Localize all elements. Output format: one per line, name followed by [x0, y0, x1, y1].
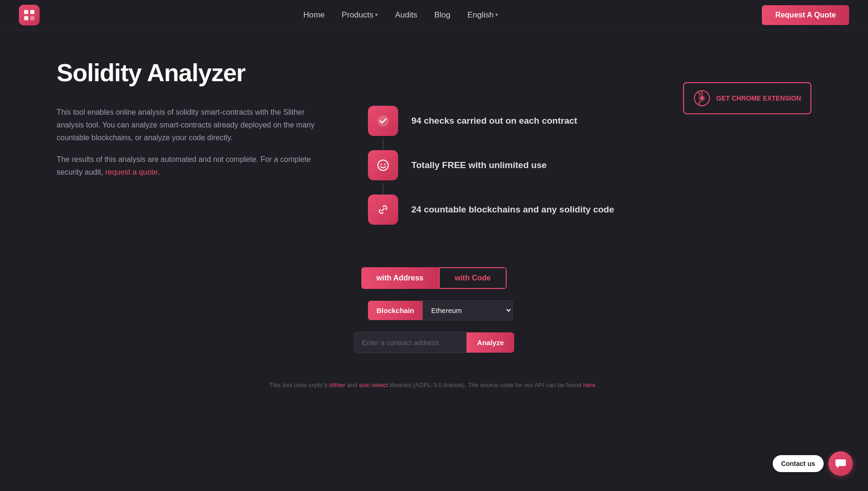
language-chevron-icon: ▾: [495, 12, 498, 18]
blockchain-label: Blockchain: [368, 301, 423, 320]
feature-text-2: 24 countable blockchains and any solidit…: [411, 204, 614, 229]
description-para2: The results of this analysis are automat…: [57, 153, 330, 178]
check-icon-box: [368, 106, 398, 136]
description-para1: This tool enables online analysis of sol…: [57, 106, 330, 144]
tab-with-code[interactable]: with Code: [439, 267, 507, 289]
chrome-extension-label: GET CHROME EXTENSION: [716, 94, 801, 102]
feature-text-0: 94 checks carried out on each contract: [411, 116, 577, 140]
request-quote-link[interactable]: request a quote: [105, 168, 158, 176]
svg-point-11: [378, 160, 388, 170]
chrome-icon: [693, 90, 710, 107]
contact-us-label: Contact us: [773, 455, 824, 472]
nav-right: Request A Quote: [762, 5, 849, 25]
left-description: This tool enables online analysis of sol…: [57, 106, 330, 187]
here-link[interactable]: here: [583, 381, 595, 389]
nav-home[interactable]: Home: [303, 10, 325, 20]
feature-item-1: Totally FREE with unlimited use: [368, 150, 811, 195]
navbar: Home Products ▾ Audits Blog English ▾ Re…: [0, 0, 868, 30]
tab-buttons: with Address with Code: [361, 267, 507, 289]
svg-point-10: [377, 115, 389, 127]
nav-blog[interactable]: Blog: [434, 10, 451, 20]
svg-point-12: [381, 164, 382, 165]
slither-link[interactable]: slither: [329, 381, 345, 389]
svg-rect-1: [30, 10, 34, 14]
contact-us-button[interactable]: [828, 451, 853, 476]
svg-rect-2: [24, 16, 28, 20]
svg-rect-3: [30, 16, 34, 20]
solc-select-link[interactable]: solc-select: [359, 381, 388, 389]
svg-point-6: [700, 96, 704, 100]
svg-line-9: [698, 92, 701, 95]
nav-products[interactable]: Products ▾: [342, 10, 378, 20]
svg-line-8: [698, 101, 701, 105]
feature-item-2: 24 countable blockchains and any solidit…: [368, 195, 811, 239]
nav-language[interactable]: English ▾: [467, 10, 499, 20]
link-icon-box: [368, 195, 398, 225]
feature-text-1: Totally FREE with unlimited use: [411, 160, 547, 185]
footer-note: This tool uses crytic's slither and solc…: [57, 381, 811, 403]
features-list: 94 checks carried out on each contract T…: [368, 106, 811, 239]
nav-links: Home Products ▾ Audits Blog English ▾: [303, 10, 499, 20]
svg-point-13: [384, 164, 386, 165]
contract-address-input[interactable]: [354, 332, 467, 353]
analyzer-section: with Address with Code Blockchain Ethere…: [57, 267, 811, 353]
feature-item-0: 94 checks carried out on each contract: [368, 106, 811, 150]
analyze-button[interactable]: Analyze: [467, 332, 514, 353]
nav-audits[interactable]: Audits: [395, 10, 417, 20]
tab-with-address[interactable]: with Address: [361, 267, 439, 289]
smile-icon-box: [368, 150, 398, 180]
address-input-row: Analyze: [354, 332, 514, 353]
blockchain-row: Blockchain Ethereum Binance Smart Chain …: [368, 300, 500, 321]
nav-logo[interactable]: [19, 5, 40, 25]
contact-us-widget: Contact us: [773, 451, 853, 476]
products-chevron-icon: ▾: [375, 12, 378, 18]
svg-rect-0: [24, 10, 28, 14]
blockchain-select[interactable]: Ethereum Binance Smart Chain Polygon Ava…: [423, 300, 513, 321]
request-quote-button[interactable]: Request A Quote: [762, 5, 849, 25]
